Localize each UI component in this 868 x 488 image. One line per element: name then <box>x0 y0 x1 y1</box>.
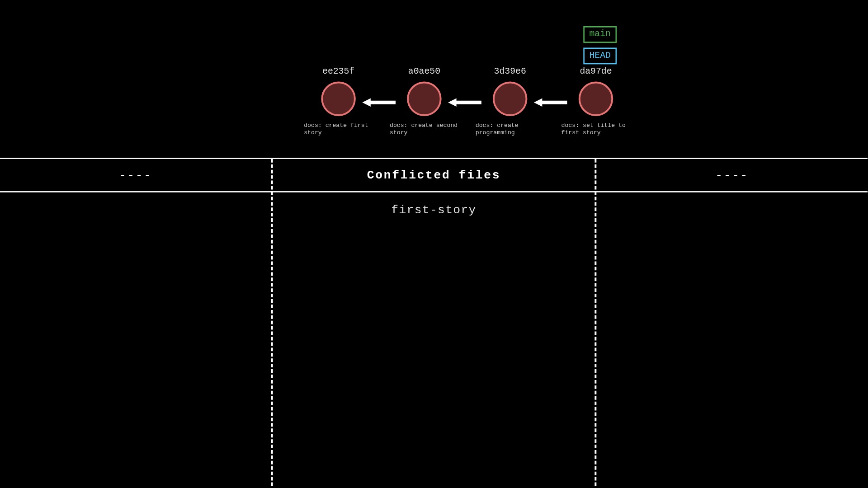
commit-dot-icon <box>493 82 527 116</box>
panel-header-right: ---- <box>596 159 868 191</box>
panel-header-left: ---- <box>0 159 271 191</box>
head-ref-label: HEAD <box>590 51 611 61</box>
commit-message: docs: create first story <box>303 122 374 136</box>
commit-dot-icon <box>579 82 613 116</box>
branch-ref-main: main <box>583 26 617 43</box>
conflicted-file-name: first-story <box>391 203 476 216</box>
conflict-panel: ---- Conflicted files ---- first-story <box>0 158 868 486</box>
parent-arrow-icon <box>362 97 396 108</box>
commit-node: da97de docs: set title to first story <box>560 67 632 136</box>
parent-arrow-icon <box>534 97 567 108</box>
commit-hash: a0ae50 <box>388 67 460 77</box>
conflict-panel-body: first-story <box>0 192 868 486</box>
svg-marker-1 <box>448 98 481 106</box>
commit-hash: da97de <box>560 67 632 77</box>
commit-hash: 3d39e6 <box>474 67 546 77</box>
head-ref: HEAD <box>583 47 617 64</box>
commit-dot-icon <box>321 82 355 116</box>
commit-hash: ee235f <box>303 67 374 77</box>
panel-header-right-label: ---- <box>715 168 749 182</box>
panel-header-title: Conflicted files <box>271 159 597 191</box>
commit-dot-icon <box>407 82 441 116</box>
conflicted-file[interactable]: first-story <box>271 203 597 216</box>
commit-message: docs: set title to first story <box>560 122 632 136</box>
parent-arrow-icon <box>448 97 481 108</box>
git-graph: main HEAD ee235f docs: create first stor… <box>0 0 868 158</box>
panel-header-title-label: Conflicted files <box>367 168 500 182</box>
svg-marker-0 <box>362 98 396 106</box>
panel-header-left-label: ---- <box>119 168 152 182</box>
svg-marker-2 <box>534 98 567 106</box>
commit-message: docs: create programming <box>474 122 546 136</box>
commit-message: docs: create second story <box>388 122 460 136</box>
conflict-panel-header: ---- Conflicted files ---- <box>0 159 868 192</box>
branch-ref-label: main <box>590 29 611 39</box>
